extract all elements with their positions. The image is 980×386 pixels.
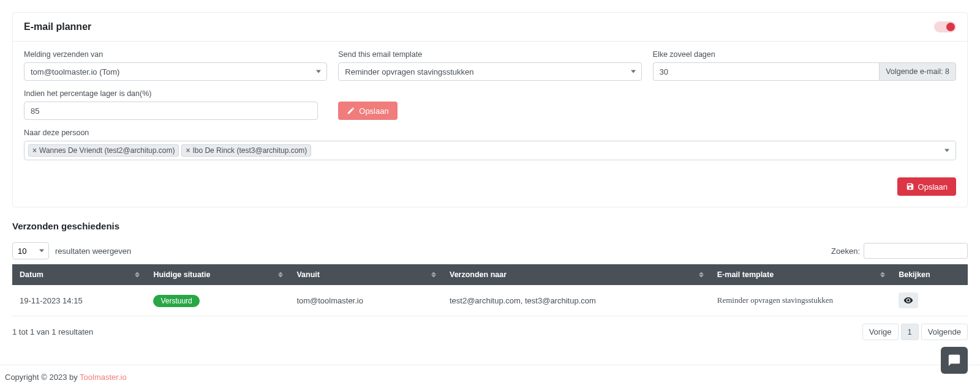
history-title: Verzonden geschiedenis	[12, 221, 968, 231]
page-1-button[interactable]: 1	[901, 324, 919, 340]
save-button-footer[interactable]: Opslaan	[897, 177, 956, 196]
col-template[interactable]: E-mail template	[710, 264, 891, 285]
card-body: Melding verzenden van Send this email te…	[13, 42, 967, 169]
view-button[interactable]	[899, 292, 918, 308]
from-label: Melding verzenden van	[24, 50, 327, 59]
sort-icon	[135, 272, 140, 278]
col-date[interactable]: Datum	[12, 264, 146, 285]
days-input[interactable]	[653, 62, 880, 81]
history-section: Verzonden geschiedenis 10 resultaten wee…	[12, 221, 968, 340]
sort-icon	[880, 272, 885, 278]
status-badge: Verstuurd	[153, 295, 199, 307]
save-button-inline[interactable]: Opslaan	[338, 102, 397, 120]
chevron-down-icon	[944, 149, 949, 152]
days-label: Elke zoveel dagen	[653, 50, 956, 59]
template-label: Send this email template	[338, 50, 641, 59]
cell-date: 19-11-2023 14:15	[12, 285, 146, 316]
history-table: Datum Huidige situatie Vanuit Verzonden …	[12, 264, 968, 316]
next-email-addon: Volgende e-mail: 8	[879, 62, 956, 81]
sort-icon	[699, 272, 704, 278]
save-icon	[906, 182, 914, 191]
cell-to: test2@architup.com, test3@architup.com	[442, 285, 710, 316]
search-label: Zoeken:	[831, 247, 860, 256]
chat-fab[interactable]	[941, 347, 968, 374]
pagination: Vorige 1 Volgende	[862, 324, 968, 340]
col-view: Bekijken	[891, 264, 968, 285]
next-button[interactable]: Volgende	[921, 324, 968, 340]
template-select[interactable]	[338, 62, 641, 81]
table-info: 1 tot 1 van 1 resultaten	[12, 327, 93, 336]
card-footer: Opslaan	[13, 169, 967, 207]
card-title: E-mail planner	[24, 21, 91, 32]
to-label: Naar deze persoon	[24, 128, 956, 137]
tag-item: × Wannes De Vriendt (test2@architup.com)	[28, 144, 179, 157]
page-footer: Copyright © 2023 by Toolmaster.io	[0, 365, 980, 386]
tag-remove-icon[interactable]: ×	[186, 146, 190, 155]
tag-remove-icon[interactable]: ×	[32, 146, 37, 155]
col-from[interactable]: Vanuit	[289, 264, 442, 285]
page-length-label: resultaten weergeven	[55, 247, 131, 256]
sort-icon	[278, 272, 283, 278]
percent-label: Indien het percentage lager is dan(%)	[24, 89, 327, 98]
col-status[interactable]: Huidige situatie	[146, 264, 289, 285]
percent-input[interactable]	[24, 102, 318, 120]
from-select[interactable]	[24, 62, 327, 81]
cell-view	[891, 285, 968, 316]
search-input[interactable]	[864, 243, 968, 259]
footer-link[interactable]: Toolmaster.io	[80, 373, 127, 382]
cell-template: Reminder opvragen stavingsstukken	[710, 285, 891, 316]
page-length-select[interactable]: 10	[12, 242, 49, 259]
planner-toggle[interactable]	[934, 21, 956, 32]
chat-icon	[948, 354, 961, 367]
tag-item: × Ibo De Rinck (test3@architup.com)	[181, 144, 311, 157]
table-row: 19-11-2023 14:15 Verstuurd tom@toolmaste…	[12, 285, 968, 316]
cell-status: Verstuurd	[146, 285, 289, 316]
save-button-inline-label: Opslaan	[359, 106, 388, 116]
footer-text: Copyright © 2023 by	[5, 373, 80, 382]
card-header: E-mail planner	[13, 13, 967, 42]
edit-icon	[347, 106, 355, 115]
save-button-footer-label: Opslaan	[918, 182, 948, 191]
tag-label: Ibo De Rinck (test3@architup.com)	[192, 146, 307, 155]
col-to[interactable]: Verzonden naar	[442, 264, 710, 285]
prev-button[interactable]: Vorige	[862, 324, 899, 340]
email-planner-card: E-mail planner Melding verzenden van Sen…	[12, 12, 968, 207]
sort-icon	[431, 272, 436, 278]
cell-from: tom@toolmaster.io	[289, 285, 442, 316]
tag-label: Wannes De Vriendt (test2@architup.com)	[39, 146, 175, 155]
to-tags-input[interactable]: × Wannes De Vriendt (test2@architup.com)…	[24, 141, 956, 160]
eye-icon	[903, 295, 913, 305]
